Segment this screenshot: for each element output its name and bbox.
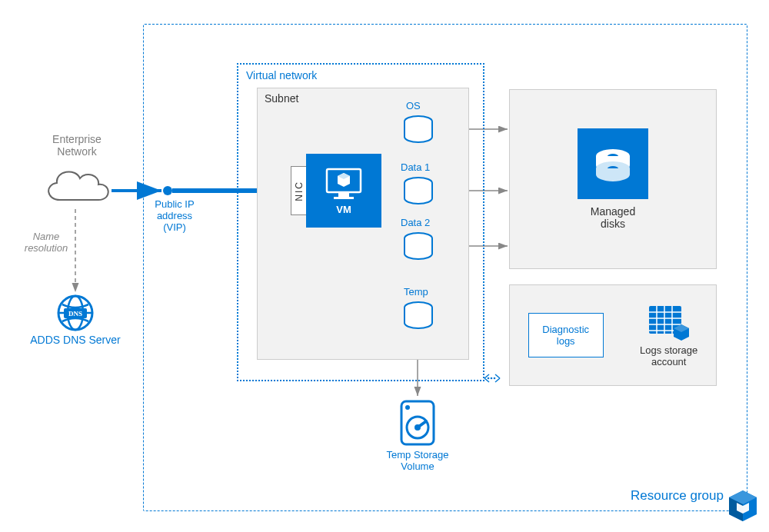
data2-disk-icon — [402, 232, 434, 261]
vm-label: VM — [336, 204, 351, 215]
logs-storage-label: Logs storage account — [640, 344, 697, 367]
dns-icon: DNS — [56, 294, 95, 332]
resource-group-icon — [724, 487, 761, 524]
cloud-icon — [38, 163, 115, 209]
svg-rect-17 — [338, 192, 349, 197]
subnet-label: Subnet — [265, 92, 298, 105]
os-disk-icon — [402, 115, 434, 145]
data1-disk-label: Data 1 — [401, 161, 430, 173]
nic-label: NIC — [294, 181, 305, 201]
temp-disk-label: Temp — [404, 286, 428, 298]
name-resolution-label: Name resolution — [19, 231, 73, 254]
vm-box: VM — [306, 154, 381, 228]
svg-text:DNS: DNS — [68, 310, 82, 318]
temp-disk-icon — [402, 301, 434, 331]
dns-label: ADDS DNS Server — [29, 334, 122, 346]
data2-disk-label: Data 2 — [401, 217, 430, 228]
storage-account-icon — [647, 303, 691, 341]
diagram-canvas: Resource group Enterprise Network Name r… — [0, 0, 769, 532]
diagnostic-logs: Diagnostic logs — [528, 313, 604, 357]
managed-disks-label: Managed disks — [591, 205, 635, 230]
managed-disks-box: Managed disks — [509, 89, 717, 269]
os-disk-label: OS — [406, 100, 421, 111]
resource-group-label: Resource group — [631, 488, 724, 504]
enterprise-network-label: Enterprise Network — [46, 133, 108, 158]
temp-storage-volume-label: Temp Storage Volume — [379, 449, 456, 472]
logs-storage-account: Logs storage account — [640, 303, 697, 367]
public-ip-label: Public IP address (VIP) — [148, 198, 201, 233]
temp-storage-volume-icon — [397, 398, 438, 447]
logs-box: Diagnostic logs Logs storage account — [509, 284, 717, 386]
vm-icon — [325, 167, 363, 201]
svg-rect-18 — [334, 197, 354, 199]
data1-disk-icon — [402, 177, 434, 206]
virtual-network-label: Virtual network — [246, 69, 317, 81]
managed-disks-tile — [578, 128, 648, 199]
svg-point-38 — [405, 405, 410, 410]
nic-tab: NIC — [291, 166, 308, 215]
managed-disks-icon — [591, 142, 634, 185]
